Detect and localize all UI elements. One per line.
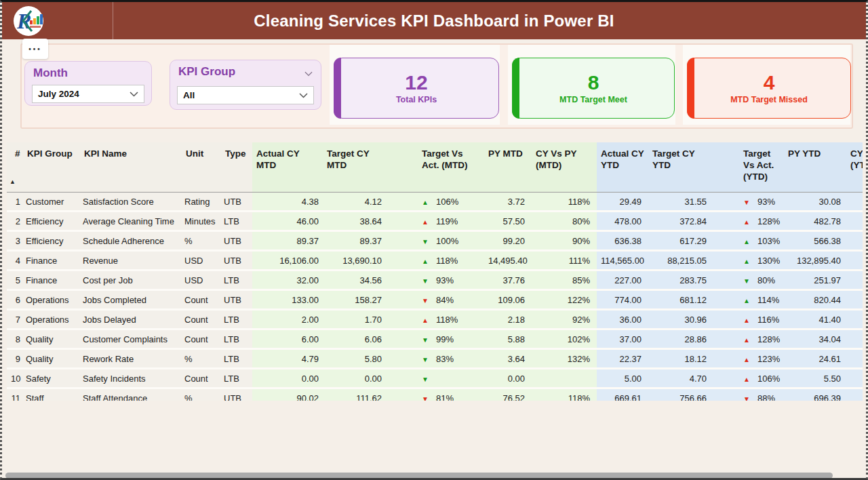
cell-name: Average Cleaning Time — [80, 212, 182, 232]
target-vs-actual-pct: 118% — [436, 315, 458, 325]
cell-tva_mtd: ▼83% — [387, 350, 484, 369]
cell-group: Safety — [23, 369, 80, 389]
chevron-down-icon — [130, 92, 138, 97]
cell-name: Schedule Adherence — [80, 232, 182, 252]
target-vs-actual-pct: 81% — [436, 393, 454, 401]
cell-actual_mtd: 2.00 — [252, 311, 323, 330]
cell-actual_mtd: 89.37 — [252, 232, 323, 252]
column-header-type[interactable]: Type — [221, 142, 252, 193]
arrow-down-icon: ▼ — [422, 297, 432, 304]
column-header-target_mtd[interactable]: Target CY MTD — [323, 142, 387, 193]
cell-num: 2 — [7, 212, 23, 232]
column-header-group[interactable]: KPI Group — [23, 142, 80, 193]
kpi-group-select[interactable]: All — [177, 86, 314, 104]
cell-num: 10 — [7, 369, 23, 389]
cell-name: Staff Attendance — [80, 389, 182, 401]
kpi-group-slicer-label: KPI Group — [178, 65, 235, 79]
column-header-tva_ytd[interactable]: Target Vs Act. (YTD) — [713, 142, 784, 193]
page-title: Cleaning Services KPI Dashboard in Power… — [2, 12, 866, 31]
mtd-target-meet-card[interactable]: 8 MTD Target Meet — [512, 58, 675, 119]
cell-py_mtd: 3.64 — [484, 350, 532, 369]
cell-target_ytd: 31.55 — [648, 193, 713, 212]
cell-target_ytd: 756.66 — [648, 389, 713, 401]
more-options-button[interactable]: ••• — [22, 39, 48, 59]
mtd-target-missed-card[interactable]: 4 MTD Target Missed — [687, 58, 851, 119]
cell-target_ytd: 30.96 — [648, 311, 713, 330]
cell-actual_ytd: 774.00 — [597, 291, 648, 311]
cell-cy_vs_py_mtd: 85% — [532, 271, 597, 291]
cell-type: LTB — [221, 330, 252, 350]
cell-unit: Count — [182, 369, 221, 389]
arrow-up-icon: ▲ — [743, 336, 753, 344]
month-select[interactable]: July 2024 — [32, 85, 144, 103]
target-vs-actual-pct: 100% — [436, 236, 458, 246]
cell-group: Quality — [23, 330, 80, 350]
cell-cy_vs_py_mtd: 132% — [532, 350, 597, 369]
cell-actual_ytd: 669.61 — [597, 389, 648, 401]
month-slicer-label: Month — [33, 66, 68, 80]
column-header-target_ytd[interactable]: Target CY YTD — [648, 142, 713, 193]
column-header-actual_mtd[interactable]: Actual CY MTD — [252, 142, 323, 193]
cell-num: 8 — [7, 330, 23, 350]
total-kpis-card[interactable]: 12 Total KPIs — [334, 58, 499, 119]
cell-tva_mtd: ▲119% — [387, 212, 484, 232]
cell-name: Rework Rate — [80, 350, 182, 369]
cell-type: UTB — [221, 193, 252, 212]
cell-tva_mtd: ▲118% — [387, 311, 484, 330]
cell-num: 9 — [7, 350, 23, 369]
cell-cy_vs_py_ytd — [846, 350, 863, 369]
cell-name: Satisfaction Score — [80, 193, 182, 212]
arrow-up-icon: ▲ — [743, 317, 753, 324]
cell-cy_vs_py_ytd — [846, 389, 863, 401]
cell-cy_vs_py_mtd: 111% — [532, 252, 597, 271]
target-vs-actual-pct: 83% — [436, 354, 454, 364]
cell-actual_mtd: 0.00 — [252, 369, 323, 389]
target-vs-actual-pct: 99% — [436, 334, 454, 344]
cell-target_ytd: 617.29 — [648, 232, 713, 252]
app-header: R Cleaning Services KPI Dashboard in Pow… — [2, 2, 866, 39]
cell-cy_vs_py_mtd: 118% — [532, 193, 597, 212]
cell-target_ytd: 18.12 — [648, 350, 713, 369]
column-header-name[interactable]: KPI Name — [80, 142, 182, 193]
horizontal-scrollbar[interactable] — [5, 473, 833, 479]
cell-name: Safety Incidents — [80, 369, 182, 389]
column-header-unit[interactable]: Unit — [182, 142, 221, 193]
cell-num: 4 — [7, 252, 23, 271]
column-header-tva_mtd[interactable]: Target Vs Act. (MTD) — [387, 142, 484, 193]
cell-cy_vs_py_ytd — [846, 311, 863, 330]
cell-cy_vs_py_mtd: 80% — [532, 212, 597, 232]
cell-tva_ytd: ▲103% — [713, 232, 784, 252]
cell-cy_vs_py_ytd — [846, 193, 863, 212]
mtd-target-meet-label: MTD Target Meet — [559, 95, 627, 104]
column-header-cy_vs_py_ytd[interactable]: CY Vs PY (YTD) — [846, 142, 863, 193]
cell-py_ytd: 34.04 — [784, 330, 846, 350]
arrow-down-icon: ▼ — [422, 336, 432, 344]
cell-actual_mtd: 16,106.00 — [252, 252, 323, 271]
table-row: 7OperationsJobs DelayedCountLTB2.001.70▲… — [7, 311, 863, 330]
cell-tva_ytd: ▲114% — [713, 291, 784, 311]
card-accent-bar — [512, 58, 519, 119]
cell-target_ytd: 28.86 — [648, 330, 713, 350]
target-vs-actual-pct: 106% — [757, 374, 780, 384]
cell-target_ytd: 88,215.05 — [648, 252, 713, 271]
cell-target_mtd: 0.00 — [323, 369, 387, 389]
cell-type: LTB — [221, 311, 252, 330]
cell-unit: Rating — [182, 193, 221, 212]
column-header-actual_ytd[interactable]: Actual CY YTD — [597, 142, 648, 193]
column-header-num[interactable]: #▲ — [7, 142, 23, 193]
cell-target_mtd: 6.06 — [323, 330, 387, 350]
collapse-chevron-icon[interactable] — [304, 67, 313, 79]
target-vs-actual-pct: 116% — [757, 315, 779, 325]
company-logo-icon: R — [13, 5, 44, 37]
cell-num: 1 — [7, 193, 23, 212]
column-header-py_mtd[interactable]: PY MTD — [484, 142, 532, 193]
target-vs-actual-pct: 93% — [757, 197, 775, 207]
arrow-up-icon: ▲ — [743, 238, 753, 245]
cell-tva_mtd: ▼100% — [387, 232, 484, 252]
column-header-cy_vs_py_mtd[interactable]: CY Vs PY (MTD) — [532, 142, 597, 193]
arrow-down-icon: ▼ — [422, 356, 432, 363]
column-header-py_ytd[interactable]: PY YTD — [784, 142, 846, 193]
target-vs-actual-pct: 118% — [436, 256, 458, 266]
month-slicer: Month July 2024 — [24, 61, 152, 106]
cell-target_mtd: 89.37 — [323, 232, 387, 252]
